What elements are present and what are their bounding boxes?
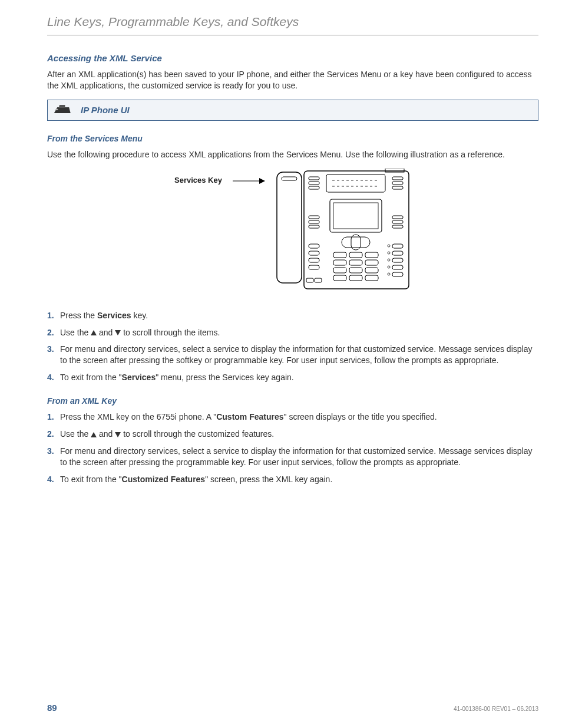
step-text: " menu, press the Services key again.	[156, 373, 294, 382]
step-text: and	[97, 429, 115, 439]
svg-rect-36	[333, 275, 346, 281]
list-item: For menu and directory services, select …	[47, 446, 538, 468]
callout-ip-phone-ui: IP Phone UI	[47, 100, 538, 121]
services-menu-title: From the Services Menu	[47, 134, 538, 143]
step-bold: Customized Features	[122, 475, 206, 484]
svg-point-50	[388, 259, 390, 261]
svg-rect-28	[349, 252, 362, 258]
svg-rect-14	[392, 177, 403, 180]
svg-marker-3	[259, 178, 265, 184]
svg-rect-37	[349, 275, 362, 281]
phone-diagram	[276, 169, 411, 292]
page-number: 89	[47, 703, 57, 713]
svg-rect-12	[309, 182, 319, 185]
step-text: to scroll through the items.	[121, 328, 220, 337]
svg-rect-11	[309, 177, 319, 180]
svg-rect-40	[309, 251, 319, 255]
list-item: To exit from the "Services" menu, press …	[47, 372, 538, 383]
step-text: Press the	[60, 311, 97, 320]
list-item: For menu and directory services, select …	[47, 344, 538, 366]
svg-rect-27	[333, 252, 346, 258]
triangle-up-icon	[91, 330, 97, 335]
triangle-down-icon	[115, 432, 121, 437]
svg-rect-16	[392, 186, 403, 189]
svg-rect-49	[392, 258, 403, 262]
svg-point-48	[388, 252, 390, 254]
figure-label: Services Key	[174, 169, 222, 185]
svg-rect-38	[365, 275, 378, 281]
svg-rect-41	[309, 258, 319, 262]
svg-rect-6	[304, 171, 409, 289]
svg-rect-45	[392, 244, 403, 248]
svg-rect-19	[309, 216, 319, 219]
svg-rect-21	[309, 225, 319, 228]
svg-rect-24	[392, 225, 403, 228]
svg-point-54	[388, 273, 390, 275]
svg-rect-20	[309, 220, 319, 223]
step-text: Press the XML key on the 6755i phone. A …	[60, 412, 216, 421]
svg-point-52	[388, 266, 390, 268]
step-text: key.	[131, 311, 148, 320]
svg-point-46	[388, 245, 390, 247]
svg-rect-7	[385, 169, 404, 172]
phone-icon	[54, 104, 74, 117]
svg-rect-15	[392, 182, 403, 185]
step-text: to scroll through the customized feature…	[121, 429, 274, 439]
step-bold: Services	[97, 311, 131, 320]
svg-rect-13	[309, 186, 319, 189]
callout-label: IP Phone UI	[81, 105, 130, 115]
list-item: Press the Services key.	[47, 310, 538, 321]
doc-revision: 41-001386-00 REV01 – 06.2013	[454, 706, 538, 712]
svg-rect-32	[365, 260, 378, 265]
svg-rect-0	[59, 105, 65, 108]
step-bold: Custom Features	[216, 412, 283, 421]
services-menu-steps: Press the Services key. Use the and to s…	[47, 310, 538, 383]
page-header: Line Keys, Programmable Keys, and Softke…	[47, 15, 538, 35]
svg-rect-17	[330, 199, 382, 232]
svg-rect-35	[365, 268, 378, 273]
section-intro: After an XML application(s) has been sav…	[47, 69, 538, 91]
step-text: " screen, press the XML key again.	[205, 475, 332, 484]
svg-rect-44	[315, 278, 322, 282]
page-footer: 89 41-001386-00 REV01 – 06.2013	[47, 703, 538, 713]
svg-rect-47	[392, 251, 403, 255]
svg-rect-30	[333, 260, 346, 265]
svg-rect-51	[392, 265, 403, 269]
step-bold: Services	[122, 373, 156, 382]
svg-rect-25	[342, 237, 370, 248]
xml-key-title: From an XML Key	[47, 396, 538, 406]
svg-rect-23	[392, 220, 403, 223]
xml-key-steps: Press the XML key on the 6755i phone. A …	[47, 411, 538, 485]
step-text: Use the	[60, 328, 91, 337]
svg-rect-5	[282, 177, 297, 180]
arrow-icon	[233, 176, 265, 186]
svg-rect-53	[392, 272, 403, 276]
svg-rect-22	[392, 216, 403, 219]
svg-rect-18	[333, 203, 378, 229]
svg-rect-33	[333, 268, 346, 273]
svg-rect-8	[326, 174, 385, 192]
triangle-down-icon	[115, 330, 121, 335]
section-title: Accessing the XML Service	[47, 53, 538, 63]
step-text: To exit from the "	[60, 475, 122, 484]
triangle-up-icon	[91, 432, 97, 437]
svg-rect-31	[349, 260, 362, 265]
svg-rect-34	[349, 268, 362, 273]
list-item: Press the XML key on the 6755i phone. A …	[47, 411, 538, 423]
svg-rect-39	[309, 244, 319, 248]
step-text: and	[97, 328, 115, 337]
step-text: " screen displays or the title you speci…	[284, 412, 437, 421]
svg-rect-4	[277, 172, 302, 283]
list-item: To exit from the "Customized Features" s…	[47, 474, 538, 485]
svg-rect-29	[365, 252, 378, 258]
services-menu-intro: Use the following procedure to access XM…	[47, 149, 538, 160]
step-text: To exit from the "	[60, 373, 122, 382]
step-text: Use the	[60, 429, 91, 439]
list-item: Use the and to scroll through the items.	[47, 327, 538, 338]
services-key-figure: Services Key	[47, 169, 538, 292]
svg-rect-43	[306, 278, 313, 282]
list-item: Use the and to scroll through the custom…	[47, 429, 538, 440]
svg-rect-42	[309, 265, 319, 269]
